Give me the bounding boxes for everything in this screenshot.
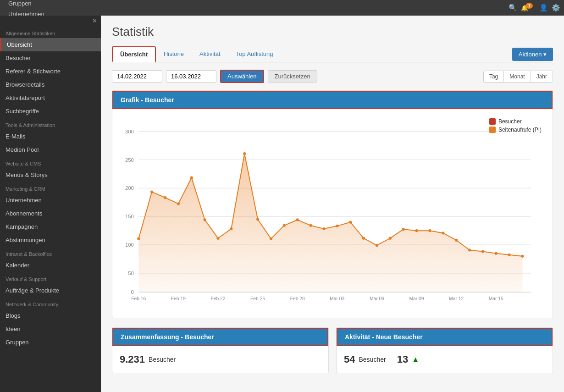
- svg-point-16: [164, 196, 166, 199]
- svg-point-24: [270, 237, 272, 240]
- svg-text:Feb 22: Feb 22: [210, 296, 225, 301]
- date-to-input[interactable]: [166, 70, 216, 83]
- sidebar-item-e-mails[interactable]: E-Mails: [0, 130, 101, 143]
- filter-row: Auswählen Zurücksetzen Tag Monat Jahr: [112, 70, 553, 83]
- sidebar-item-ideen[interactable]: Ideen: [0, 322, 101, 336]
- summary-label: Besucher: [149, 356, 176, 363]
- sidebar-section-title: Intranet & Backoffice: [0, 247, 101, 259]
- page-title: Statistik: [112, 25, 553, 39]
- tabs-container: ÜbersichtHistorieAktivitätTop Auflistung: [112, 46, 281, 62]
- actions-button[interactable]: Aktionen ▾: [512, 48, 553, 61]
- settings-icon[interactable]: ⚙️: [552, 4, 560, 12]
- sidebar-item-suchbegriffe[interactable]: Suchbegriffe: [0, 105, 101, 118]
- nav-item-gruppen[interactable]: Gruppen: [4, 0, 55, 9]
- activity-section-header: Aktivität - Neue Besucher: [337, 328, 553, 346]
- tab-übersicht[interactable]: Übersicht: [112, 46, 156, 62]
- chart-section: Grafik - Besucher Besucher Seitenaufrufe…: [112, 90, 553, 318]
- sidebar-section-title: Verkauf & Support: [0, 272, 101, 284]
- svg-point-41: [495, 252, 498, 255]
- besucher-legend-label: Besucher: [498, 118, 522, 125]
- summary-card-body: 9.231 Besucher: [112, 346, 328, 373]
- legend-seitenaufrufe: Seitenaufrufe (PI): [489, 127, 542, 133]
- sidebar-item-aufträge--produkte[interactable]: Aufträge & Produkte: [0, 284, 101, 297]
- chart-legend: Besucher Seitenaufrufe (PI): [489, 118, 542, 135]
- svg-point-15: [150, 191, 153, 193]
- search-icon[interactable]: 🔍: [509, 4, 517, 12]
- activity-count: 13: [397, 353, 408, 365]
- svg-point-25: [283, 224, 286, 227]
- svg-point-19: [204, 218, 206, 221]
- sidebar-item-blogs[interactable]: Blogs: [0, 309, 101, 322]
- tab-historie[interactable]: Historie: [156, 46, 192, 62]
- sidebar-item-browserdetails[interactable]: Browserdetails: [0, 78, 101, 91]
- sidebar-section-title: Website & CMS: [0, 156, 101, 168]
- svg-point-43: [521, 255, 524, 258]
- notification-badge: 1: [525, 3, 533, 9]
- svg-point-38: [455, 239, 458, 242]
- chart-svg: 300 250 200 150 100 50 0: [120, 116, 545, 309]
- svg-point-37: [442, 232, 444, 234]
- svg-text:150: 150: [125, 214, 134, 219]
- sidebar-close-button[interactable]: ✕: [0, 16, 101, 26]
- svg-point-30: [349, 221, 352, 224]
- sidebar-item-aktivitätsreport[interactable]: Aktivitätsreport: [0, 91, 101, 105]
- auswahlen-button[interactable]: Auswählen: [220, 70, 264, 83]
- svg-text:300: 300: [125, 129, 134, 134]
- period-monat-button[interactable]: Monat: [504, 71, 531, 82]
- svg-point-34: [402, 228, 405, 231]
- seitenaufrufe-color-box: [489, 127, 496, 133]
- svg-text:Mar 15: Mar 15: [489, 296, 503, 301]
- svg-point-40: [481, 250, 484, 253]
- tab-top-auflistung[interactable]: Top Auflistung: [228, 46, 281, 62]
- svg-point-35: [415, 229, 418, 232]
- period-tag-button[interactable]: Tag: [484, 71, 504, 82]
- sidebar-item-unternehmen[interactable]: Unternehmen: [0, 193, 101, 207]
- sidebar-item-besucher[interactable]: Besucher: [0, 51, 101, 65]
- sidebar-item-abonnements[interactable]: Abonnements: [0, 207, 101, 220]
- svg-point-20: [216, 237, 219, 240]
- activity-card: Aktivität - Neue Besucher 54 Besucher 13…: [336, 327, 553, 373]
- svg-text:Mar 12: Mar 12: [449, 296, 464, 301]
- tabs-bar: ÜbersichtHistorieAktivitätTop Auflistung…: [112, 46, 553, 62]
- summary-card: Zusammenfassung - Besucher 9.231 Besuche…: [112, 327, 329, 373]
- activity-trend-icon: ▲: [412, 355, 419, 364]
- period-jahr-button[interactable]: Jahr: [531, 71, 553, 82]
- user-icon[interactable]: 👤: [539, 4, 548, 12]
- svg-point-26: [296, 218, 299, 221]
- svg-text:50: 50: [128, 271, 134, 276]
- svg-text:Feb 28: Feb 28: [290, 296, 305, 301]
- zuruck-button[interactable]: Zurücksetzen: [268, 70, 317, 83]
- sidebar-item-medien-pool[interactable]: Medien Pool: [0, 143, 101, 156]
- sidebar-item-menüs--storys[interactable]: Menüs & Storys: [0, 168, 101, 182]
- sidebar-item-referer--stichworte[interactable]: Referer & Stichworte: [0, 65, 101, 78]
- top-navigation: StartPortal ManagerMeine SeiteKontakteGr…: [0, 0, 564, 16]
- svg-text:Mar 09: Mar 09: [409, 296, 424, 301]
- notification-area[interactable]: 🔔1: [521, 5, 536, 11]
- tab-aktivität[interactable]: Aktivität: [192, 46, 228, 62]
- svg-text:0: 0: [131, 289, 134, 295]
- svg-text:Mar 03: Mar 03: [330, 296, 344, 301]
- period-buttons: Tag Monat Jahr: [483, 71, 553, 83]
- svg-point-33: [389, 237, 392, 240]
- chart-section-header: Grafik - Besucher: [112, 91, 553, 109]
- svg-point-18: [190, 177, 193, 179]
- sidebar-item-kampagnen[interactable]: Kampagnen: [0, 220, 101, 233]
- date-from-input[interactable]: [112, 70, 162, 83]
- sidebar-item-gruppen[interactable]: Gruppen: [0, 336, 101, 349]
- svg-point-39: [468, 248, 471, 251]
- sidebar-sections: Allgemeine StatistikenÜbersichtBesucherR…: [0, 26, 101, 349]
- svg-point-22: [243, 152, 246, 155]
- svg-point-32: [376, 244, 378, 247]
- sidebar-item-kalender[interactable]: Kalender: [0, 259, 101, 272]
- svg-text:250: 250: [125, 157, 134, 163]
- sidebar-item-abstimmungen[interactable]: Abstimmungen: [0, 233, 101, 247]
- svg-point-23: [256, 218, 259, 221]
- activity-label: Besucher: [359, 356, 386, 363]
- svg-point-27: [309, 224, 312, 227]
- svg-text:100: 100: [125, 242, 134, 248]
- seitenaufrufe-legend-label: Seitenaufrufe (PI): [498, 127, 542, 133]
- besucher-color-box: [489, 118, 496, 125]
- summary-number: 9.231: [120, 353, 145, 365]
- svg-text:Feb 16: Feb 16: [131, 296, 146, 301]
- sidebar-item-übersicht[interactable]: Übersicht: [0, 38, 101, 51]
